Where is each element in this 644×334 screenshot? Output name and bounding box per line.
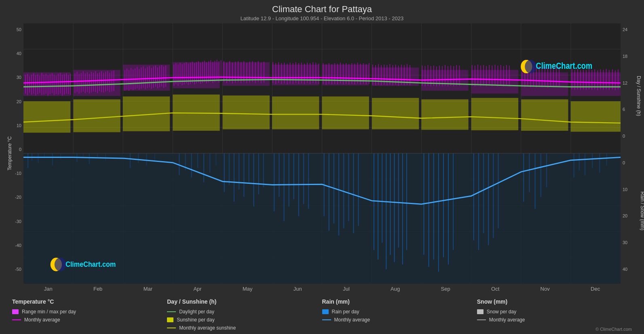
svg-rect-45	[209, 153, 210, 173]
svg-rect-88	[473, 153, 474, 240]
svg-rect-37	[138, 153, 139, 163]
svg-rect-79	[402, 153, 403, 264]
svg-rect-92	[493, 153, 494, 238]
svg-rect-50	[239, 153, 239, 189]
y-axis-left: Temperature °C 50 40 30 20 10 0 -10 -20 …	[0, 23, 23, 284]
y-tick-20: 20	[2, 99, 21, 104]
svg-rect-42	[191, 153, 192, 178]
svg-rect-105	[23, 72, 70, 96]
legend-item-temp-avg: Monthly average	[12, 317, 167, 323]
svg-rect-71	[358, 153, 359, 226]
svg-rect-73	[378, 153, 378, 260]
legend-title-temp: Temperature °C	[12, 298, 167, 305]
svg-rect-59	[289, 153, 289, 206]
svg-rect-104	[606, 153, 607, 166]
y-axis-right-bottom-label: Rain / Snow (mm)	[640, 191, 644, 230]
svg-rect-72	[374, 153, 374, 250]
svg-rect-331	[223, 96, 270, 129]
svg-rect-332	[272, 96, 319, 129]
svg-point-340	[525, 60, 536, 73]
svg-rect-86	[448, 153, 449, 264]
svg-rect-80	[406, 153, 407, 250]
y-tick-50: 50	[2, 27, 21, 32]
svg-text:ClimeChart.com: ClimeChart.com	[536, 61, 593, 71]
svg-rect-74	[382, 153, 382, 243]
legend-label-temp-avg: Monthly average	[24, 317, 60, 323]
svg-rect-65	[329, 153, 329, 231]
svg-rect-30	[60, 153, 61, 159]
svg-rect-90	[483, 153, 484, 233]
y-tick-n30: -30	[2, 219, 21, 224]
legend-item-sunshine: Sunshine per day	[167, 317, 322, 323]
svg-rect-98	[546, 153, 547, 187]
svg-rect-96	[535, 153, 536, 209]
month-oct: Oct	[491, 286, 499, 295]
legend-item-daylight: Daylight per day	[167, 309, 322, 315]
svg-rect-335	[421, 99, 468, 130]
legend-item-sunshine-avg: Monthly average sunshine	[167, 325, 322, 331]
svg-rect-69	[348, 153, 349, 221]
legend-label-temp-range: Range min / max per day	[22, 309, 76, 315]
month-jul: Jul	[343, 286, 350, 295]
svg-rect-93	[498, 153, 499, 228]
svg-point-343	[55, 258, 66, 271]
y-tick-10: 10	[2, 123, 21, 128]
legend-swatch-daylight	[167, 311, 176, 312]
svg-rect-63	[308, 153, 309, 209]
y-tick-r-rain10: 10	[623, 187, 642, 192]
month-dec: Dec	[591, 286, 600, 295]
y-tick-r-24: 24	[623, 27, 642, 32]
y-tick-r-0: 0	[623, 134, 642, 138]
copyright: © ClimeChart.com	[595, 327, 632, 332]
svg-rect-25	[27, 153, 28, 168]
month-jun: Jun	[293, 286, 302, 295]
y-tick-n10: -10	[2, 171, 21, 176]
svg-rect-48	[229, 153, 230, 185]
svg-rect-62	[303, 153, 304, 204]
legend-swatch-sunshine-avg	[167, 328, 176, 328]
svg-rect-34	[97, 153, 98, 157]
svg-rect-91	[488, 153, 489, 245]
svg-rect-103	[599, 153, 600, 173]
svg-rect-75	[386, 153, 386, 269]
svg-rect-97	[541, 153, 541, 197]
month-sep: Sep	[441, 286, 450, 295]
y-tick-r-rain40: 40	[623, 267, 642, 272]
legend-label-sunshine-avg: Monthly average sunshine	[179, 325, 236, 331]
svg-rect-70	[353, 153, 354, 233]
svg-rect-333	[322, 96, 369, 129]
svg-rect-40	[179, 153, 179, 175]
chart-title: Climate Chart for Pattaya	[0, 4, 644, 15]
y-axis-right-top-label: Day / Sunshine (h)	[636, 76, 641, 116]
chart-area: ClimeChart.com ClimeChart.com	[23, 23, 621, 284]
svg-rect-336	[471, 98, 518, 130]
legend-col-snow: Snow (mm) Snow per day Monthly average ©…	[477, 298, 632, 331]
main-chart-svg: ClimeChart.com ClimeChart.com	[23, 23, 621, 284]
legend-item-rain: Rain per day	[322, 309, 477, 315]
svg-rect-36	[130, 153, 131, 168]
svg-rect-83	[433, 153, 434, 260]
svg-rect-58	[283, 153, 284, 221]
svg-rect-47	[224, 153, 225, 192]
y-axis-right: Day / Sunshine (h) Rain / Snow (mm) 24 1…	[621, 23, 644, 284]
y-tick-n40: -40	[2, 243, 21, 248]
month-aug: Aug	[391, 286, 400, 295]
legend-swatch-snow-avg	[477, 319, 486, 320]
x-axis: Jan Feb Mar Apr May Jun Jul Aug Sep Oct …	[0, 284, 644, 295]
svg-rect-328	[73, 99, 120, 132]
svg-rect-334	[372, 98, 419, 130]
svg-rect-33	[89, 153, 90, 164]
y-tick-n20: -20	[2, 195, 21, 200]
y-tick-r-18: 18	[623, 54, 642, 59]
y-tick-r-rain20: 20	[623, 213, 642, 218]
svg-rect-44	[203, 153, 204, 183]
legend-swatch-rain-avg	[322, 319, 331, 320]
month-feb: Feb	[93, 286, 102, 295]
svg-rect-27	[38, 153, 38, 163]
svg-rect-94	[523, 153, 524, 202]
svg-rect-67	[338, 153, 339, 236]
month-apr: Apr	[193, 286, 201, 295]
legend-title-rain: Rain (mm)	[322, 298, 477, 305]
legend-swatch-temp-range	[12, 309, 19, 314]
svg-rect-338	[571, 101, 621, 132]
